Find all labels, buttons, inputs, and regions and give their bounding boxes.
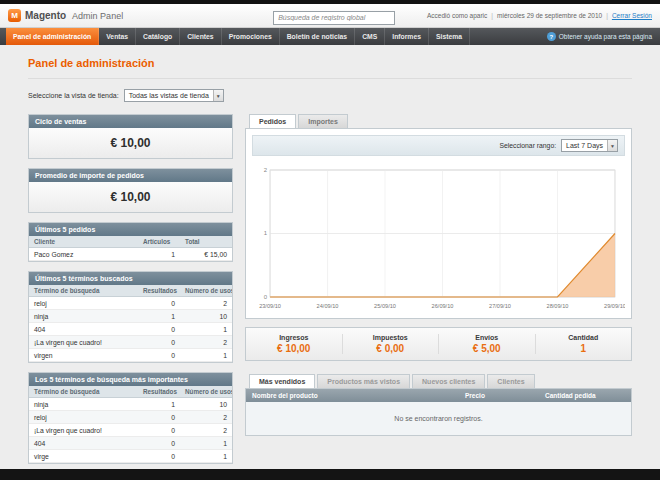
range-bar: Seleccionar rango: Last 7 Days ▼ <box>252 135 625 156</box>
store-view-selected: Todas las vistas de tienda <box>129 92 209 99</box>
table-row[interactable]: 404 0 1 <box>29 437 232 450</box>
chevron-down-icon: ▼ <box>607 140 617 151</box>
nav-item-newsletter[interactable]: Boletín de noticias <box>280 28 355 45</box>
separator: | <box>606 12 608 19</box>
magento-admin-window: M Magento Admin Panel Accedió como apari… <box>0 0 660 480</box>
nav-item-system[interactable]: Sistema <box>429 28 470 45</box>
stat-label: Envíos <box>439 334 535 341</box>
svg-text:28/09/10: 28/09/10 <box>547 303 569 309</box>
nav-item-cms[interactable]: CMS <box>355 28 385 45</box>
store-view-select[interactable]: Todas las vistas de tienda ▼ <box>124 89 224 102</box>
panel-top-search-terms: Los 5 términos de búsqueda más important… <box>28 372 233 464</box>
cell-term: ¡La virgen que cuadro! <box>29 424 138 437</box>
stat-value: 1 <box>536 343 632 354</box>
orders-chart: 01223/09/1024/09/1025/09/1026/09/1027/09… <box>252 162 625 312</box>
panel-title: Últimos 5 pedidos <box>29 223 232 236</box>
help-link[interactable]: ? Obtener ayuda para esta página <box>547 28 660 45</box>
stat-value: € 10,00 <box>246 343 342 354</box>
cell-term: 404 <box>29 323 138 336</box>
table-row[interactable]: virgen 0 1 <box>29 349 232 362</box>
orders-chart-box: Seleccionar rango: Last 7 Days ▼ 01223/0… <box>245 128 632 319</box>
tab-bestsellers[interactable]: Más vendidos <box>249 374 315 388</box>
stat-label: Cantidad <box>536 334 632 341</box>
cell-results: 0 <box>138 336 180 349</box>
nav-item-sales[interactable]: Ventas <box>99 28 136 45</box>
nav-item-dashboard[interactable]: Panel de administración <box>6 28 99 45</box>
cell-term: reloj <box>29 297 138 310</box>
column-header: Término de búsqueda <box>29 386 138 398</box>
cell-results: 0 <box>138 323 180 336</box>
last-search-table: Término de búsqueda Resultados Número de… <box>29 285 232 362</box>
tab-orders[interactable]: Pedidos <box>249 114 296 128</box>
table-row[interactable]: ¡La virgen que cuadro! 0 2 <box>29 424 232 437</box>
cell-results: 0 <box>138 411 180 424</box>
svg-text:29/09/10: 29/09/10 <box>604 303 625 309</box>
cell-term: 404 <box>29 437 138 450</box>
nav-item-customers[interactable]: Clientes <box>180 28 221 45</box>
panel-title: Promedio de importe de pedidos <box>29 169 232 182</box>
nav-item-promotions[interactable]: Promociones <box>222 28 280 45</box>
range-select[interactable]: Last 7 Days ▼ <box>561 139 618 152</box>
cell-results: 0 <box>138 297 180 310</box>
cell-uses: 10 <box>180 310 232 323</box>
page-title: Panel de administración <box>28 53 632 79</box>
tab-new-customers[interactable]: Nuevos clientes <box>412 374 485 388</box>
cell-term: virgen <box>29 349 138 362</box>
column-header: Término de búsqueda <box>29 285 138 297</box>
separator: | <box>491 12 493 19</box>
svg-text:24/09/10: 24/09/10 <box>317 303 339 309</box>
table-row[interactable]: Paco Gomez 1 € 15,00 <box>29 248 232 261</box>
global-search-input[interactable] <box>273 11 395 25</box>
table-row[interactable]: reloj 0 2 <box>29 411 232 424</box>
range-selected: Last 7 Days <box>566 142 603 149</box>
nav-item-catalog[interactable]: Catálogo <box>136 28 180 45</box>
empty-message: No se encontraron registros. <box>246 402 631 435</box>
cell-term: ninja <box>29 310 138 323</box>
lifetime-sales-value: € 10,00 <box>29 128 232 158</box>
nav-item-reports[interactable]: Informes <box>385 28 429 45</box>
cell-results: 1 <box>138 310 180 323</box>
table-row[interactable]: ¡La virgen que cuadro! 0 2 <box>29 336 232 349</box>
column-header: Precio <box>459 389 539 402</box>
logo: M Magento Admin Panel <box>8 9 123 22</box>
logout-link[interactable]: Cerrar Sesión <box>612 12 652 19</box>
cell-uses: 1 <box>180 323 232 336</box>
help-label: Obtener ayuda para esta página <box>559 33 652 40</box>
stat-label: Ingresos <box>246 334 342 341</box>
column-header: Número de usos <box>180 285 232 297</box>
tab-most-viewed[interactable]: Productos más vistos <box>317 374 410 388</box>
stat-quantity: Cantidad 1 <box>535 334 632 354</box>
stat-shipping: Envíos € 5,00 <box>438 334 535 354</box>
cell-uses: 2 <box>180 297 232 310</box>
table-row[interactable]: ninja 1 10 <box>29 310 232 323</box>
tab-amounts[interactable]: Importes <box>298 114 348 128</box>
column-header: Cantidad pedida <box>539 389 631 402</box>
dashboard-right-column: Pedidos Importes Seleccionar rango: Last… <box>245 114 632 436</box>
table-row[interactable]: ninja 1 10 <box>29 398 232 411</box>
stat-tax: Impuestos € 0,00 <box>342 334 439 354</box>
help-icon: ? <box>547 32 556 41</box>
cell-results: 0 <box>138 349 180 362</box>
global-search <box>273 6 395 25</box>
cell-results: 0 <box>138 437 180 450</box>
tab-customers[interactable]: Clientes <box>487 374 534 388</box>
window-bottom-strip <box>0 469 660 480</box>
svg-text:2: 2 <box>264 167 268 173</box>
cell-term: ninja <box>29 398 138 411</box>
main-nav: Panel de administración Ventas Catálogo … <box>0 28 660 45</box>
table-row[interactable]: 404 0 1 <box>29 323 232 336</box>
cell-uses: 1 <box>180 450 232 463</box>
store-view-switcher: Seleccione la vista de tienda: Todas las… <box>28 89 632 102</box>
svg-text:1: 1 <box>264 231 268 237</box>
dashboard-left-column: Ciclo de ventas € 10,00 Promedio de impo… <box>28 114 233 464</box>
totals-bar: Ingresos € 10,00 Impuestos € 0,00 Envíos… <box>245 327 632 361</box>
range-label: Seleccionar rango: <box>499 142 556 149</box>
table-row[interactable]: virge 0 1 <box>29 450 232 463</box>
table-row[interactable]: reloj 0 2 <box>29 297 232 310</box>
cell-term: reloj <box>29 411 138 424</box>
svg-text:26/09/10: 26/09/10 <box>432 303 454 309</box>
panel-title: Ciclo de ventas <box>29 115 232 128</box>
stat-revenue: Ingresos € 10,00 <box>246 334 342 354</box>
stat-label: Impuestos <box>343 334 439 341</box>
svg-text:0: 0 <box>264 294 268 300</box>
